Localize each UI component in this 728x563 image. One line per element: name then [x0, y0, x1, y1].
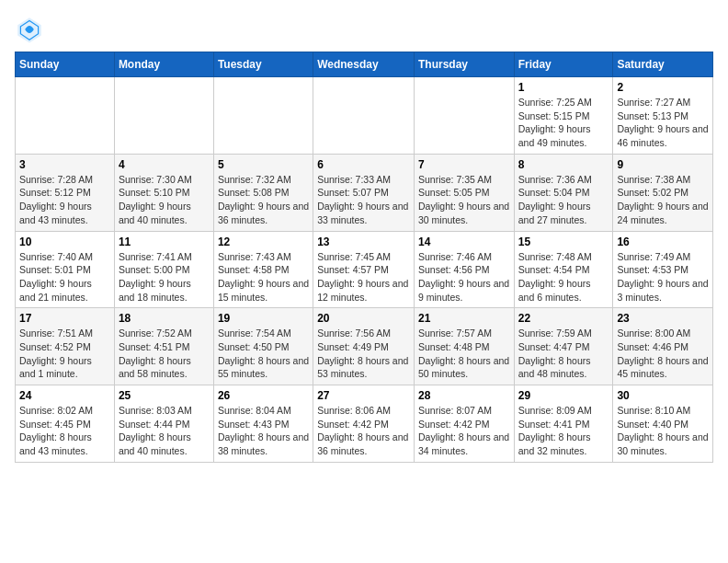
day-number: 16 — [617, 236, 709, 248]
day-number: 9 — [617, 158, 709, 171]
calendar-header-thursday: Thursday — [414, 52, 514, 77]
day-info: Sunrise: 8:00 AM Sunset: 4:46 PM Dayligh… — [617, 327, 709, 381]
calendar-cell: 4Sunrise: 7:30 AM Sunset: 5:10 PM Daylig… — [114, 154, 213, 231]
day-info: Sunrise: 7:56 AM Sunset: 4:49 PM Dayligh… — [317, 327, 410, 381]
day-number: 1 — [518, 81, 609, 94]
calendar-cell: 11Sunrise: 7:41 AM Sunset: 5:00 PM Dayli… — [114, 231, 213, 308]
day-number: 7 — [418, 158, 510, 171]
calendar-cell: 9Sunrise: 7:38 AM Sunset: 5:02 PM Daylig… — [613, 154, 713, 231]
day-info: Sunrise: 7:28 AM Sunset: 5:12 PM Dayligh… — [19, 173, 110, 227]
day-info: Sunrise: 8:04 AM Sunset: 4:43 PM Dayligh… — [218, 404, 309, 458]
day-number: 30 — [617, 389, 709, 402]
day-number: 27 — [317, 389, 410, 402]
calendar-cell: 1Sunrise: 7:25 AM Sunset: 5:15 PM Daylig… — [514, 77, 613, 155]
day-info: Sunrise: 7:43 AM Sunset: 4:58 PM Dayligh… — [218, 250, 309, 304]
day-number: 13 — [317, 236, 410, 248]
calendar-header-friday: Friday — [514, 52, 613, 77]
day-info: Sunrise: 7:46 AM Sunset: 4:56 PM Dayligh… — [418, 250, 510, 304]
calendar-cell: 14Sunrise: 7:46 AM Sunset: 4:56 PM Dayli… — [414, 231, 514, 308]
day-info: Sunrise: 7:33 AM Sunset: 5:07 PM Dayligh… — [317, 173, 410, 227]
calendar-cell: 7Sunrise: 7:35 AM Sunset: 5:05 PM Daylig… — [414, 154, 514, 231]
calendar-header-row: SundayMondayTuesdayWednesdayThursdayFrid… — [16, 52, 713, 77]
calendar-cell — [16, 77, 115, 155]
calendar-cell: 25Sunrise: 8:03 AM Sunset: 4:44 PM Dayli… — [114, 385, 213, 463]
calendar-cell: 2Sunrise: 7:27 AM Sunset: 5:13 PM Daylig… — [613, 77, 713, 155]
day-info: Sunrise: 7:40 AM Sunset: 5:01 PM Dayligh… — [19, 250, 110, 304]
day-number: 6 — [317, 158, 410, 171]
calendar-header-monday: Monday — [114, 52, 213, 77]
calendar-cell: 10Sunrise: 7:40 AM Sunset: 5:01 PM Dayli… — [16, 231, 115, 308]
calendar-cell: 24Sunrise: 8:02 AM Sunset: 4:45 PM Dayli… — [16, 385, 115, 463]
calendar-cell: 21Sunrise: 7:57 AM Sunset: 4:48 PM Dayli… — [414, 308, 514, 385]
calendar-cell: 29Sunrise: 8:09 AM Sunset: 4:41 PM Dayli… — [514, 385, 613, 463]
day-number: 19 — [218, 312, 309, 325]
calendar-cell — [313, 77, 415, 155]
day-info: Sunrise: 7:41 AM Sunset: 5:00 PM Dayligh… — [119, 250, 210, 304]
day-info: Sunrise: 8:03 AM Sunset: 4:44 PM Dayligh… — [119, 404, 210, 458]
day-info: Sunrise: 7:38 AM Sunset: 5:02 PM Dayligh… — [617, 173, 709, 227]
day-number: 24 — [19, 389, 110, 402]
day-number: 17 — [19, 312, 110, 325]
calendar-cell — [213, 77, 313, 155]
day-number: 3 — [19, 158, 110, 171]
calendar-table: SundayMondayTuesdayWednesdayThursdayFrid… — [15, 52, 713, 463]
calendar-cell: 30Sunrise: 8:10 AM Sunset: 4:40 PM Dayli… — [613, 385, 713, 463]
calendar-cell: 28Sunrise: 8:07 AM Sunset: 4:42 PM Dayli… — [414, 385, 514, 463]
day-info: Sunrise: 7:25 AM Sunset: 5:15 PM Dayligh… — [518, 96, 609, 150]
calendar-week-3: 10Sunrise: 7:40 AM Sunset: 5:01 PM Dayli… — [16, 231, 713, 308]
day-info: Sunrise: 8:10 AM Sunset: 4:40 PM Dayligh… — [617, 404, 709, 458]
day-info: Sunrise: 8:02 AM Sunset: 4:45 PM Dayligh… — [19, 404, 110, 458]
day-info: Sunrise: 7:27 AM Sunset: 5:13 PM Dayligh… — [617, 96, 709, 150]
day-info: Sunrise: 7:48 AM Sunset: 4:54 PM Dayligh… — [518, 250, 609, 304]
calendar-cell: 15Sunrise: 7:48 AM Sunset: 4:54 PM Dayli… — [514, 231, 613, 308]
day-number: 29 — [518, 389, 609, 402]
calendar-cell: 12Sunrise: 7:43 AM Sunset: 4:58 PM Dayli… — [213, 231, 313, 308]
calendar-cell: 27Sunrise: 8:06 AM Sunset: 4:42 PM Dayli… — [313, 385, 415, 463]
calendar-cell — [414, 77, 514, 155]
day-info: Sunrise: 7:45 AM Sunset: 4:57 PM Dayligh… — [317, 250, 410, 304]
calendar-cell: 13Sunrise: 7:45 AM Sunset: 4:57 PM Dayli… — [313, 231, 415, 308]
day-info: Sunrise: 7:59 AM Sunset: 4:47 PM Dayligh… — [518, 327, 609, 381]
calendar-cell: 22Sunrise: 7:59 AM Sunset: 4:47 PM Dayli… — [514, 308, 613, 385]
calendar-cell: 17Sunrise: 7:51 AM Sunset: 4:52 PM Dayli… — [16, 308, 115, 385]
day-number: 5 — [218, 158, 309, 171]
day-info: Sunrise: 7:30 AM Sunset: 5:10 PM Dayligh… — [119, 173, 210, 227]
day-number: 22 — [518, 312, 609, 325]
calendar-cell: 16Sunrise: 7:49 AM Sunset: 4:53 PM Dayli… — [613, 231, 713, 308]
page-header — [15, 15, 713, 44]
day-number: 20 — [317, 312, 410, 325]
calendar-header-tuesday: Tuesday — [213, 52, 313, 77]
day-number: 2 — [617, 81, 709, 94]
day-info: Sunrise: 7:52 AM Sunset: 4:51 PM Dayligh… — [119, 327, 210, 381]
day-info: Sunrise: 7:51 AM Sunset: 4:52 PM Dayligh… — [19, 327, 110, 381]
calendar-header-saturday: Saturday — [613, 52, 713, 77]
day-number: 18 — [119, 312, 210, 325]
day-info: Sunrise: 7:57 AM Sunset: 4:48 PM Dayligh… — [418, 327, 510, 381]
calendar-week-1: 1Sunrise: 7:25 AM Sunset: 5:15 PM Daylig… — [16, 77, 713, 155]
calendar-cell: 18Sunrise: 7:52 AM Sunset: 4:51 PM Dayli… — [114, 308, 213, 385]
day-info: Sunrise: 8:07 AM Sunset: 4:42 PM Dayligh… — [418, 404, 510, 458]
logo-icon — [15, 15, 44, 44]
day-info: Sunrise: 7:35 AM Sunset: 5:05 PM Dayligh… — [418, 173, 510, 227]
day-number: 21 — [418, 312, 510, 325]
day-info: Sunrise: 7:49 AM Sunset: 4:53 PM Dayligh… — [617, 250, 709, 304]
day-number: 12 — [218, 236, 309, 248]
day-number: 14 — [418, 236, 510, 248]
day-number: 28 — [418, 389, 510, 402]
day-number: 10 — [19, 236, 110, 248]
calendar-week-4: 17Sunrise: 7:51 AM Sunset: 4:52 PM Dayli… — [16, 308, 713, 385]
day-number: 25 — [119, 389, 210, 402]
calendar-cell: 5Sunrise: 7:32 AM Sunset: 5:08 PM Daylig… — [213, 154, 313, 231]
day-number: 4 — [119, 158, 210, 171]
calendar-cell: 3Sunrise: 7:28 AM Sunset: 5:12 PM Daylig… — [16, 154, 115, 231]
calendar-cell: 6Sunrise: 7:33 AM Sunset: 5:07 PM Daylig… — [313, 154, 415, 231]
calendar-cell — [114, 77, 213, 155]
day-number: 23 — [617, 312, 709, 325]
day-number: 15 — [518, 236, 609, 248]
calendar-cell: 23Sunrise: 8:00 AM Sunset: 4:46 PM Dayli… — [613, 308, 713, 385]
day-number: 26 — [218, 389, 309, 402]
day-info: Sunrise: 8:06 AM Sunset: 4:42 PM Dayligh… — [317, 404, 410, 458]
calendar-cell: 20Sunrise: 7:56 AM Sunset: 4:49 PM Dayli… — [313, 308, 415, 385]
calendar-header-wednesday: Wednesday — [313, 52, 415, 77]
day-number: 11 — [119, 236, 210, 248]
